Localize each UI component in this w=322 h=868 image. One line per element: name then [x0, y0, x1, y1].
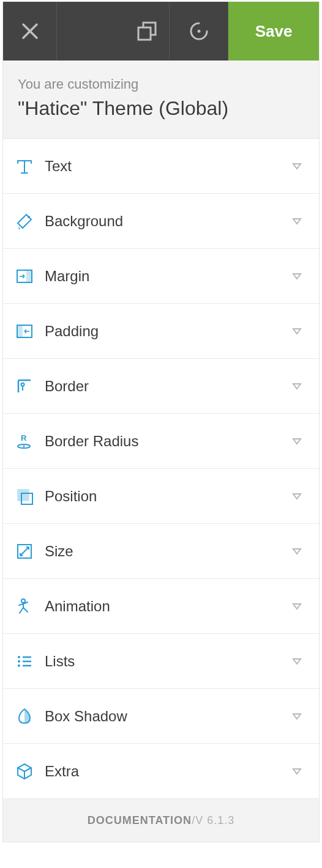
svg-point-28 [18, 656, 20, 658]
svg-text:R: R [21, 433, 27, 443]
svg-marker-36 [293, 769, 301, 774]
svg-rect-3 [138, 28, 151, 40]
svg-marker-27 [293, 604, 301, 609]
section-padding[interactable]: Padding [3, 304, 319, 359]
chevron-down-icon [287, 438, 307, 445]
footer: DOCUMENTATION / V 6.1.3 [3, 799, 319, 842]
svg-line-24 [20, 547, 29, 556]
svg-rect-9 [26, 270, 32, 282]
section-label: Position [45, 488, 287, 505]
save-button-label: Save [255, 22, 293, 41]
svg-point-4 [197, 30, 200, 33]
header: You are customizing "Hatice" Theme (Glob… [3, 61, 319, 139]
box-shadow-icon [15, 707, 45, 726]
size-icon [15, 542, 45, 561]
chevron-down-icon [287, 548, 307, 555]
extra-icon [15, 762, 45, 781]
svg-marker-25 [293, 549, 301, 554]
svg-marker-7 [293, 219, 301, 224]
sections-list: Text Background Margin [3, 139, 319, 799]
header-subtitle: You are customizing [18, 76, 304, 92]
chevron-down-icon [287, 603, 307, 610]
chevron-down-icon [287, 768, 307, 775]
section-label: Text [45, 158, 287, 175]
svg-marker-35 [293, 714, 301, 719]
section-label: Background [45, 213, 287, 230]
border-radius-icon: R [15, 432, 45, 451]
svg-point-18 [23, 445, 25, 447]
chevron-down-icon [287, 328, 307, 335]
animation-icon [15, 597, 45, 616]
chevron-down-icon [287, 273, 307, 280]
close-button[interactable] [3, 2, 57, 61]
section-border-radius[interactable]: R Border Radius [3, 414, 319, 469]
svg-rect-12 [17, 325, 23, 337]
section-background[interactable]: Background [3, 194, 319, 249]
copy-button[interactable] [57, 2, 170, 61]
svg-marker-34 [293, 659, 301, 664]
svg-rect-20 [18, 490, 29, 501]
section-text[interactable]: Text [3, 139, 319, 194]
position-icon [15, 487, 45, 506]
section-border[interactable]: Border [3, 359, 319, 414]
chevron-down-icon [287, 218, 307, 225]
customizer-panel: Save You are customizing "Hatice" Theme … [2, 1, 320, 842]
svg-point-6 [28, 216, 30, 218]
section-label: Padding [45, 323, 287, 340]
header-title: "Hatice" Theme (Global) [18, 97, 304, 120]
chevron-down-icon [287, 713, 307, 720]
svg-marker-5 [293, 164, 301, 169]
section-label: Border [45, 378, 287, 395]
svg-marker-15 [293, 384, 301, 389]
svg-marker-13 [293, 329, 301, 334]
section-size[interactable]: Size [3, 524, 319, 579]
svg-marker-10 [293, 274, 301, 279]
border-icon [15, 377, 45, 395]
text-icon [15, 157, 45, 175]
section-extra[interactable]: Extra [3, 744, 319, 799]
padding-icon [15, 322, 45, 340]
chevron-down-icon [287, 163, 307, 170]
version-label: V 6.1.3 [195, 814, 234, 827]
svg-point-30 [18, 660, 20, 663]
background-icon [15, 212, 45, 230]
section-position[interactable]: Position [3, 469, 319, 524]
chevron-down-icon [287, 383, 307, 390]
svg-marker-19 [293, 439, 301, 444]
margin-icon [15, 267, 45, 285]
section-lists[interactable]: Lists [3, 634, 319, 689]
section-label: Box Shadow [45, 708, 287, 725]
svg-marker-22 [293, 494, 301, 499]
section-label: Extra [45, 763, 287, 780]
svg-point-32 [18, 664, 20, 667]
section-label: Border Radius [45, 433, 287, 450]
section-label: Animation [45, 598, 287, 615]
section-animation[interactable]: Animation [3, 579, 319, 634]
section-label: Lists [45, 653, 287, 670]
section-box-shadow[interactable]: Box Shadow [3, 689, 319, 744]
revert-icon [189, 21, 209, 42]
svg-point-14 [21, 383, 24, 386]
close-icon [21, 22, 39, 40]
chevron-down-icon [287, 493, 307, 500]
lists-icon [15, 652, 45, 671]
revert-button[interactable] [170, 2, 228, 61]
documentation-link[interactable]: DOCUMENTATION [88, 814, 192, 827]
toolbar: Save [3, 2, 319, 61]
section-label: Margin [45, 268, 287, 285]
chevron-down-icon [287, 658, 307, 665]
copy-icon [136, 20, 158, 42]
section-margin[interactable]: Margin [3, 249, 319, 304]
save-button[interactable]: Save [228, 2, 319, 61]
section-label: Size [45, 543, 287, 560]
